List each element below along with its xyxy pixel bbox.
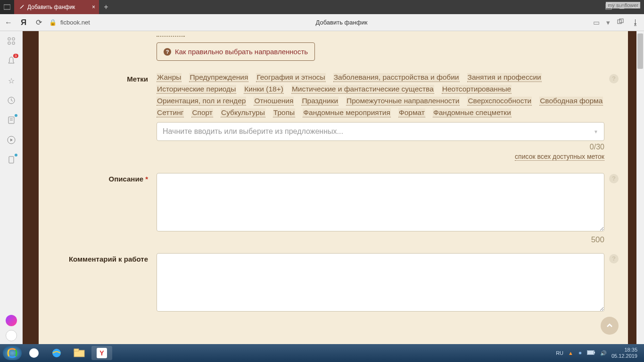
- tag-category-link[interactable]: Мистические и фантастические существа: [291, 85, 434, 94]
- url-domain: ficbook.net: [60, 19, 90, 26]
- tag-category-link[interactable]: Фандомные спецметки: [433, 108, 512, 117]
- history-clock-icon[interactable]: [6, 95, 17, 106]
- browser-sidebar: 3 ☆: [0, 31, 23, 344]
- comment-icon[interactable]: ▭: [593, 18, 600, 27]
- tray-clock[interactable]: 18:35 05.12.2019: [611, 347, 637, 359]
- comment-label: Комментарий к работе: [62, 253, 157, 313]
- svg-rect-10: [12, 42, 15, 44]
- svg-rect-8: [12, 38, 15, 40]
- tray-flag-icon[interactable]: ▲: [568, 350, 573, 356]
- svg-rect-23: [587, 351, 594, 354]
- lock-icon: 🔒: [49, 19, 57, 26]
- tag-category-link[interactable]: Неотсортированные: [442, 85, 512, 94]
- back-button[interactable]: ←: [4, 18, 13, 27]
- tag-category-link[interactable]: Фандомные мероприятия: [303, 108, 391, 117]
- page-content: ? Как правильно выбрать направленность М…: [39, 31, 628, 344]
- tag-category-link[interactable]: Отношения: [254, 97, 294, 106]
- direction-hint-text: Как правильно выбрать направленность: [175, 48, 308, 56]
- apps-grid-icon[interactable]: [6, 36, 17, 46]
- browser-titlebar: Добавить фанфик × + —: [0, 0, 644, 14]
- svg-rect-20: [74, 349, 79, 351]
- address-bar: ← Я ⟳ 🔒 ficbook.net Добавить фанфик ▭ ▾ …: [0, 14, 644, 31]
- help-icon[interactable]: ?: [609, 74, 619, 83]
- favorites-star-icon[interactable]: ☆: [6, 75, 17, 86]
- comment-textarea[interactable]: [157, 253, 604, 312]
- new-tab-button[interactable]: +: [99, 0, 113, 14]
- tag-category-list: ЖанрыПредупрежденияГеография и этносыЗаб…: [157, 73, 604, 117]
- tab-close-icon[interactable]: ×: [92, 4, 95, 10]
- taskbar-explorer-icon[interactable]: [69, 346, 90, 360]
- tag-category-link[interactable]: Спорт: [191, 108, 213, 117]
- feather-icon: [19, 4, 25, 11]
- extension-icon[interactable]: [616, 18, 625, 27]
- tag-category-link[interactable]: Формат: [398, 108, 425, 117]
- tags-counter: 0/30: [157, 143, 604, 151]
- page-viewport: ? Как правильно выбрать направленность М…: [23, 31, 644, 344]
- help-icon[interactable]: ?: [609, 254, 619, 263]
- start-button[interactable]: [3, 346, 22, 360]
- taskbar-ie-icon[interactable]: [46, 346, 67, 360]
- tag-category-link[interactable]: Предупреждения: [189, 73, 248, 82]
- alice-assistant-icon[interactable]: [6, 315, 17, 326]
- windows-taskbar: Y RU ▲ ⁕ 🔊 18:35 05.12.2019: [0, 344, 644, 362]
- question-circle-icon: ?: [164, 48, 171, 56]
- tray-battery-icon[interactable]: [587, 350, 595, 356]
- svg-rect-0: [4, 5, 10, 9]
- notification-badge: 3: [13, 54, 18, 58]
- app-menu-icon[interactable]: [0, 0, 14, 14]
- description-textarea[interactable]: [157, 173, 604, 231]
- watermark-label: my sunflower: [606, 2, 640, 8]
- description-char-limit: 500: [157, 235, 604, 245]
- media-play-icon[interactable]: [6, 135, 17, 145]
- notifications-icon[interactable]: 3: [6, 56, 17, 66]
- yandex-home-icon[interactable]: Я: [19, 18, 28, 27]
- scrollbar-thumb[interactable]: [637, 33, 643, 69]
- tray-volume-icon[interactable]: 🔊: [600, 350, 607, 356]
- tag-category-link[interactable]: Промежуточные направленности: [346, 97, 460, 106]
- help-icon[interactable]: ?: [609, 174, 619, 183]
- tab-title: Добавить фанфик: [27, 4, 75, 10]
- tag-category-link[interactable]: Заболевания, расстройства и фобии: [333, 73, 460, 82]
- tag-category-link[interactable]: Исторические периоды: [157, 85, 236, 94]
- browser-tab-active[interactable]: Добавить фанфик ×: [14, 0, 99, 14]
- tags-label: Метки: [62, 73, 157, 161]
- devices-icon[interactable]: [6, 155, 17, 165]
- svg-rect-9: [8, 42, 10, 44]
- download-icon[interactable]: ⭳: [631, 18, 640, 27]
- tags-select-input[interactable]: Начните вводить или выберите из предложе…: [157, 122, 604, 141]
- profile-avatar-icon[interactable]: [6, 330, 17, 341]
- tag-category-link[interactable]: Сеттинг: [157, 108, 184, 117]
- page-title-addr: Добавить фанфик: [316, 19, 368, 26]
- svg-rect-7: [8, 38, 10, 40]
- scroll-to-top-button[interactable]: [601, 317, 619, 335]
- direction-hint-box[interactable]: ? Как правильно выбрать направленность: [157, 42, 315, 61]
- tag-category-link[interactable]: Ориентация, пол и гендер: [157, 97, 246, 106]
- tag-category-link[interactable]: Свободная форма: [539, 97, 603, 106]
- tray-bluetooth-icon[interactable]: ⁕: [578, 350, 582, 356]
- svg-rect-22: [594, 352, 595, 354]
- tag-category-link[interactable]: Тропы: [273, 108, 295, 117]
- tag-category-link[interactable]: Занятия и профессии: [467, 73, 542, 82]
- tag-category-link[interactable]: Кинки (18+): [244, 85, 284, 94]
- page-scrollbar[interactable]: [636, 31, 644, 344]
- taskbar-browser-icon[interactable]: Y: [91, 346, 112, 360]
- reload-button[interactable]: ⟳: [34, 18, 43, 27]
- tag-category-link[interactable]: Субкультуры: [221, 108, 265, 117]
- tag-category-link[interactable]: Жанры: [157, 73, 182, 82]
- sidebar-bottom: [0, 315, 23, 344]
- url-field[interactable]: 🔒 ficbook.net Добавить фанфик ▭ ▾: [49, 18, 610, 27]
- all-tags-link[interactable]: список всех доступных меток: [515, 153, 604, 161]
- tag-category-link[interactable]: Сверхспособности: [467, 97, 532, 106]
- taskbar-yandex-icon[interactable]: [24, 346, 44, 360]
- description-label: Описание *: [62, 173, 157, 245]
- notes-icon[interactable]: [6, 115, 17, 125]
- bookmark-flag-icon[interactable]: ▾: [606, 18, 610, 27]
- tag-category-link[interactable]: Праздники: [301, 97, 339, 106]
- tray-lang[interactable]: RU: [556, 350, 563, 356]
- tags-placeholder: Начните вводить или выберите из предложе…: [163, 127, 343, 136]
- tag-category-link[interactable]: География и этносы: [256, 73, 325, 82]
- svg-rect-16: [9, 156, 14, 163]
- chevron-down-icon: ▼: [594, 129, 598, 134]
- system-tray: RU ▲ ⁕ 🔊 18:35 05.12.2019: [556, 347, 641, 359]
